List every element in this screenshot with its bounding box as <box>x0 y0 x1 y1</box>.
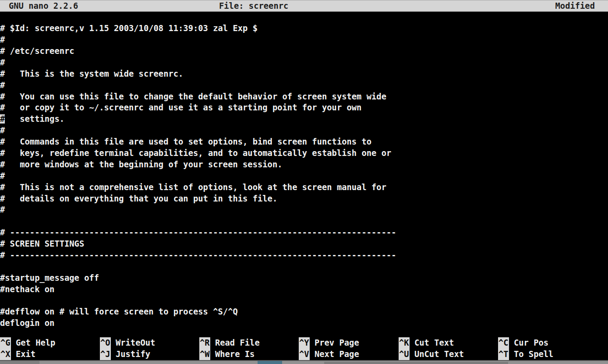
shortcut-row: ^G Get Help^O WriteOut^R Read File^Y Pre… <box>0 337 608 349</box>
nano-version-label: GNU nano 2.2.6 <box>9 0 78 11</box>
editor-line: # $Id: screenrc,v 1.15 2003/10/08 11:39:… <box>0 23 608 34</box>
editor-line: # This is not a comprehensive list of op… <box>0 182 608 193</box>
shortcut-row: ^X Exit^J Justify^W Where Is^V Next Page… <box>0 349 608 360</box>
editor-line: # Commands in this file are used to set … <box>0 136 608 148</box>
filename-label: File: screenrc <box>219 0 288 11</box>
shortcut-key: ^X <box>0 349 11 360</box>
editor-line: # or copy it to ~/.screenrc and use it a… <box>0 102 608 113</box>
nano-titlebar: GNU nano 2.2.6 File: screenrc Modified <box>0 0 608 11</box>
shortcut-to-spell: ^T To Spell <box>498 349 608 360</box>
shortcut-cur-pos: ^C Cur Pos <box>498 337 608 349</box>
desktop-screen: GNU nano 2.2.6 File: screenrc Modified #… <box>0 0 608 364</box>
background-window-edge <box>0 360 608 364</box>
editor-line <box>0 261 608 272</box>
shortcut-writeout: ^O WriteOut <box>100 337 199 349</box>
shortcut-label: Prev Page <box>310 338 359 347</box>
shortcut-key: ^U <box>399 349 410 360</box>
editor-content[interactable]: # $Id: screenrc,v 1.15 2003/10/08 11:39:… <box>0 23 608 329</box>
shortcut-label: Next Page <box>310 350 359 359</box>
editor-line: # SCREEN SETTINGS <box>0 238 608 250</box>
editor-line: # You can use this file to change the de… <box>0 91 608 102</box>
shortcut-key: ^K <box>399 337 410 349</box>
shortcut-uncut-text: ^U UnCut Text <box>399 349 498 360</box>
editor-line: # keys, redefine terminal capabilities, … <box>0 148 608 159</box>
shortcut-label: To Spell <box>509 350 554 359</box>
shortcut-key: ^Y <box>299 337 310 349</box>
editor-line: # <box>0 57 608 68</box>
shortcut-label: Exit <box>11 350 36 359</box>
shortcut-label: Cur Pos <box>509 338 548 347</box>
editor-line: # <box>0 204 608 216</box>
shortcut-key: ^T <box>498 349 509 360</box>
background-window-accent <box>258 361 282 364</box>
shortcut-key: ^R <box>199 337 210 349</box>
shortcut-justify: ^J Justify <box>100 349 199 360</box>
shortcut-key: ^C <box>498 337 509 349</box>
shortcut-label: UnCut Text <box>410 350 464 359</box>
editor-line: # more windows at the beginning of your … <box>0 159 608 170</box>
editor-line: #defflow on # will force screen to proce… <box>0 306 608 318</box>
shortcut-label: Justify <box>111 350 150 359</box>
modified-status-badge: Modified <box>555 0 595 11</box>
editor-line: # details on everything that you can put… <box>0 193 608 205</box>
editor-line <box>0 295 608 307</box>
editor-line: deflogin on <box>0 318 608 329</box>
shortcut-key: ^J <box>100 349 111 360</box>
shortcut-cut-text: ^K Cut Text <box>399 337 498 349</box>
editor-line: # /etc/screenrc <box>0 46 608 57</box>
shortcut-bar: ^G Get Help^O WriteOut^R Read File^Y Pre… <box>0 337 608 360</box>
shortcut-next-page: ^V Next Page <box>299 349 399 360</box>
editor-line: #startup_message off <box>0 272 608 284</box>
shortcut-key: ^V <box>299 349 310 360</box>
shortcut-label: WriteOut <box>111 338 156 347</box>
background-window-fragment <box>324 362 508 364</box>
shortcut-key: ^O <box>100 337 111 349</box>
background-window-fragment <box>0 361 39 364</box>
shortcut-label: Cut Text <box>410 338 454 347</box>
shortcut-prev-page: ^Y Prev Page <box>299 337 399 349</box>
editor-line: # <box>0 125 608 136</box>
shortcut-read-file: ^R Read File <box>199 337 299 349</box>
shortcut-where-is: ^W Where Is <box>199 349 299 360</box>
editor-line: # <box>0 170 608 182</box>
editor-line <box>0 216 608 227</box>
shortcut-exit: ^X Exit <box>0 349 100 360</box>
editor-line: # <box>0 34 608 46</box>
editor-line: # This is the system wide screenrc. <box>0 68 608 80</box>
shortcut-label: Get Help <box>11 338 56 347</box>
editor-line: # <box>0 80 608 91</box>
text-cursor: # <box>0 114 5 124</box>
editor-line: # settings. <box>0 113 608 125</box>
editor-line: #nethack on <box>0 284 608 295</box>
shortcut-get-help: ^G Get Help <box>0 337 100 349</box>
editor-line: # --------------------------------------… <box>0 227 608 238</box>
shortcut-label: Where Is <box>210 350 255 359</box>
shortcut-key: ^W <box>199 349 210 360</box>
shortcut-key: ^G <box>0 337 11 349</box>
nano-terminal-window[interactable]: GNU nano 2.2.6 File: screenrc Modified #… <box>0 0 608 360</box>
editor-line: # --------------------------------------… <box>0 250 608 261</box>
shortcut-label: Read File <box>210 338 260 347</box>
